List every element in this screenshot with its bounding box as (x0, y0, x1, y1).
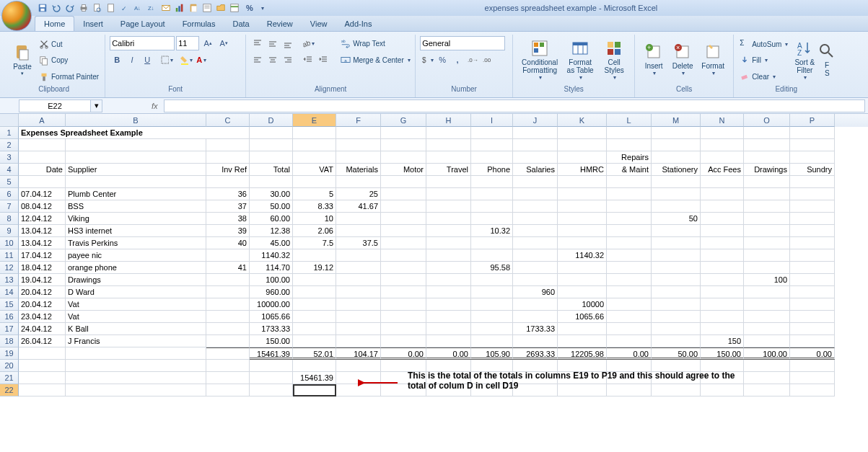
cell[interactable]: 960 (513, 286, 558, 298)
cell[interactable] (790, 237, 835, 249)
cell[interactable]: 07.04.12 (19, 188, 66, 200)
cell[interactable] (607, 262, 652, 274)
cell[interactable] (701, 127, 744, 139)
cell[interactable]: 19.04.12 (19, 274, 66, 286)
cell[interactable] (293, 176, 336, 188)
cell[interactable] (426, 249, 471, 262)
cell[interactable]: K Ball (66, 323, 206, 335)
find-select-button[interactable]: F S (820, 36, 834, 84)
cell[interactable] (250, 127, 293, 139)
cell[interactable]: 30.00 (250, 188, 293, 200)
cell[interactable] (790, 286, 835, 298)
grow-font-icon[interactable]: A▴ (201, 36, 215, 50)
cell[interactable] (19, 384, 66, 396)
cell[interactable]: payee nic (66, 249, 206, 262)
cell[interactable] (513, 237, 558, 249)
copy-button[interactable]: Copy (38, 53, 100, 68)
cell[interactable] (471, 176, 513, 188)
cell[interactable] (206, 311, 250, 323)
number-format-select[interactable] (420, 36, 505, 50)
cell[interactable] (471, 127, 513, 139)
row-header-11[interactable]: 11 (0, 249, 19, 262)
formula-bar[interactable] (164, 99, 865, 112)
cell[interactable]: Inv Ref (206, 164, 250, 176)
col-header-C[interactable]: C (206, 114, 250, 127)
cell[interactable]: VAT (293, 164, 336, 176)
cell[interactable] (607, 237, 652, 249)
row-header-16[interactable]: 16 (0, 311, 19, 323)
row-header-13[interactable]: 13 (0, 274, 19, 286)
form-icon[interactable] (202, 3, 212, 13)
cell[interactable]: Total (250, 164, 293, 176)
cell[interactable] (652, 127, 701, 139)
cell[interactable]: 23.04.12 (19, 311, 66, 323)
cell[interactable] (558, 262, 607, 274)
percent-style-icon[interactable]: % (243, 1, 256, 15)
cell[interactable] (652, 262, 701, 274)
cell[interactable] (744, 237, 790, 249)
cell[interactable] (381, 188, 426, 200)
border-button[interactable] (159, 53, 174, 67)
conditional-formatting-button[interactable]: Conditional Formatting (517, 36, 562, 84)
qat-more-icon[interactable] (260, 3, 270, 13)
cell[interactable] (206, 286, 250, 298)
row-header-22[interactable]: 22 (0, 384, 19, 396)
cell[interactable]: Vat (66, 311, 206, 323)
cell[interactable] (381, 298, 426, 311)
row-header-1[interactable]: 1 (0, 127, 19, 139)
cell[interactable] (66, 360, 206, 372)
cell[interactable]: 10.32 (471, 225, 513, 237)
cell[interactable]: 1065.66 (250, 311, 293, 323)
cell[interactable] (744, 213, 790, 225)
cell[interactable] (293, 286, 336, 298)
cell[interactable]: 5 (293, 188, 336, 200)
cell[interactable] (336, 249, 381, 262)
cell[interactable]: Vat (66, 298, 206, 311)
save-icon[interactable] (38, 3, 48, 13)
cell[interactable] (744, 384, 790, 396)
col-header-K[interactable]: K (558, 114, 607, 127)
tab-view[interactable]: View (302, 17, 336, 31)
cell[interactable]: 1733.33 (250, 323, 293, 335)
cell[interactable]: 41 (206, 262, 250, 274)
cell[interactable]: 100.00 (250, 274, 293, 286)
cell[interactable] (250, 176, 293, 188)
col-header-F[interactable]: F (336, 114, 381, 127)
cell[interactable] (701, 311, 744, 323)
cell[interactable]: Materials (336, 164, 381, 176)
cell[interactable] (206, 347, 250, 360)
cell[interactable] (336, 311, 381, 323)
fill-color-button[interactable] (179, 53, 193, 67)
cell[interactable]: 08.04.12 (19, 200, 66, 213)
cell[interactable] (250, 139, 293, 151)
cell[interactable]: 15461.39 (250, 347, 293, 360)
autosum-button[interactable]: ΣAutoSum (738, 37, 789, 51)
cell[interactable] (652, 249, 701, 262)
paste-icon[interactable] (188, 3, 198, 13)
row-header-21[interactable]: 21 (0, 372, 19, 384)
cell[interactable] (250, 151, 293, 164)
cell[interactable] (381, 176, 426, 188)
cell[interactable]: 95.58 (471, 262, 513, 274)
cell[interactable]: Repairs (607, 151, 652, 164)
row-header-2[interactable]: 2 (0, 139, 19, 151)
sort-asc-icon[interactable]: A↓ (133, 3, 144, 13)
cell[interactable]: 1065.66 (558, 311, 607, 323)
cell[interactable] (790, 225, 835, 237)
row-header-18[interactable]: 18 (0, 335, 19, 347)
cell[interactable]: 41.67 (336, 200, 381, 213)
cell[interactable] (701, 286, 744, 298)
cell[interactable]: 100.00 (744, 347, 790, 360)
cell[interactable] (336, 151, 381, 164)
cell[interactable]: 960.00 (250, 286, 293, 298)
cell[interactable]: 20.04.12 (19, 286, 66, 298)
cell[interactable]: 0.00 (426, 347, 471, 360)
cell[interactable] (381, 249, 426, 262)
cell[interactable] (471, 151, 513, 164)
cell[interactable] (250, 372, 293, 384)
cell[interactable] (607, 213, 652, 225)
align-center-icon[interactable] (266, 53, 280, 67)
cell[interactable]: 104.17 (336, 347, 381, 360)
cell[interactable] (607, 127, 652, 139)
row-header-4[interactable]: 4 (0, 164, 19, 176)
